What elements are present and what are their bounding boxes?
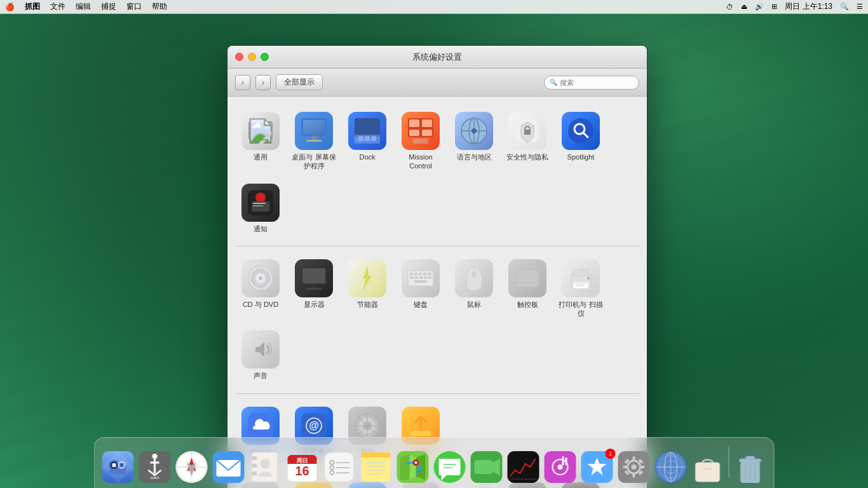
pref-printer[interactable]: 打印机与 扫描仪 <box>555 254 606 323</box>
dock-item-stocks[interactable] <box>505 450 542 485</box>
notification-label: 通知 <box>254 224 268 233</box>
dock-item-launchpad[interactable] <box>137 450 173 485</box>
svg-point-60 <box>472 273 476 276</box>
pref-sound[interactable]: 声音 <box>235 325 286 385</box>
pref-mission[interactable]: Mission Control <box>395 107 446 176</box>
mail-dock-icon <box>212 450 246 484</box>
pref-dock[interactable]: Dock <box>342 107 393 176</box>
dock-item-facetime[interactable] <box>468 450 505 485</box>
svg-rect-44 <box>302 268 325 283</box>
svg-rect-168 <box>475 460 492 474</box>
menubar-right: ⏱ ⏏ 🔊 ⊞ 周日 上午1:13 🔍 ☰ <box>726 1 863 12</box>
security-label: 安全性与隐私 <box>506 152 548 161</box>
pref-notification[interactable]: 通知 <box>235 179 286 238</box>
pref-desktop[interactable]: 桌面与 屏幕保护程序 <box>288 107 339 176</box>
svg-rect-18 <box>409 130 419 136</box>
system-preferences-window: 系统偏好设置 ‹ › 全部显示 🔍 <box>227 46 647 488</box>
svg-rect-17 <box>422 119 432 127</box>
dock-label: Dock <box>359 152 375 161</box>
dock-item-finder[interactable] <box>100 450 137 485</box>
pref-general[interactable]: 通用 <box>235 107 286 176</box>
search-box[interactable]: 🔍 <box>544 76 639 90</box>
dock-item-calendar[interactable]: 周日 16 <box>284 450 321 485</box>
section-personal-grid: 通用 桌面与 屏幕保护程序 <box>235 107 639 238</box>
eject-icon[interactable]: ⏏ <box>741 3 747 11</box>
forward-button[interactable]: › <box>255 75 271 90</box>
language-label: 语言与地区 <box>457 152 492 161</box>
pref-spotlight[interactable]: Spotlight <box>555 107 606 176</box>
pref-keyboard[interactable]: 键盘 <box>395 254 446 323</box>
pref-cd[interactable]: CD 与 DVD <box>235 254 286 323</box>
close-button[interactable] <box>235 53 243 61</box>
svg-rect-184 <box>640 466 645 468</box>
volume-icon[interactable]: 🔊 <box>755 3 764 11</box>
menubar-left: 🍎 抓图 文件 编辑 捕捉 窗口 帮助 <box>5 1 726 12</box>
pref-display[interactable]: 显示器 <box>288 254 339 323</box>
svg-rect-196 <box>696 463 720 482</box>
pref-security[interactable]: 安全性与隐私 <box>502 107 553 176</box>
svg-rect-124 <box>120 463 124 467</box>
dock-item-notes[interactable] <box>358 450 395 485</box>
grid-icon[interactable]: ⊞ <box>771 3 777 11</box>
svg-rect-139 <box>252 456 257 460</box>
dock-item-messages[interactable] <box>431 450 468 485</box>
svg-point-66 <box>587 277 590 280</box>
web-dock-icon <box>654 450 688 484</box>
pref-energy[interactable]: 节能器 <box>342 254 393 323</box>
svg-rect-140 <box>252 464 257 468</box>
launchpad-dock-icon <box>138 450 172 484</box>
svg-point-127 <box>150 477 160 479</box>
display-label: 显示器 <box>304 300 325 309</box>
notification-menubar-icon[interactable]: ☰ <box>857 3 863 11</box>
desktop-label: 桌面与 屏幕保护程序 <box>291 152 337 171</box>
dock-item-shopping[interactable] <box>689 450 726 485</box>
dock-item-mail[interactable] <box>210 450 247 485</box>
desktop-icon <box>295 112 333 150</box>
dock-item-safari[interactable] <box>173 450 210 485</box>
language-icon <box>455 112 493 150</box>
dock-item-maps[interactable] <box>395 450 431 485</box>
svg-rect-156 <box>362 452 391 458</box>
svg-rect-141 <box>252 471 257 475</box>
datetime-display[interactable]: 周日 上午1:13 <box>785 1 832 12</box>
dock-item-appstore2[interactable]: 1 <box>579 450 616 485</box>
window-titlebar: 系统偏好设置 <box>227 46 647 69</box>
maximize-button[interactable] <box>261 53 269 61</box>
svg-point-142 <box>261 459 271 469</box>
dock-item-sysprefs[interactable] <box>616 450 653 485</box>
pref-mouse[interactable]: 鼠标 <box>449 254 499 323</box>
section-personal: 通用 桌面与 屏幕保护程序 <box>235 107 639 247</box>
dock-item-web[interactable] <box>653 450 689 485</box>
menu-window[interactable]: 窗口 <box>126 1 142 12</box>
trash-dock-icon <box>733 450 768 484</box>
window-title: 系统偏好设置 <box>412 51 462 63</box>
svg-rect-148 <box>325 452 354 482</box>
svg-rect-12 <box>358 136 363 141</box>
search-input[interactable] <box>560 79 634 86</box>
time-machine-icon[interactable]: ⏱ <box>726 3 733 11</box>
app-name[interactable]: 抓图 <box>25 1 40 12</box>
mouse-icon <box>455 259 493 297</box>
menu-capture[interactable]: 捕捉 <box>101 1 116 12</box>
dock-item-itunes[interactable] <box>542 450 579 485</box>
back-button[interactable]: ‹ <box>235 75 250 90</box>
dock-item-trash[interactable] <box>732 450 769 485</box>
dock-item-reminders[interactable] <box>321 450 358 485</box>
menu-file[interactable]: 文件 <box>50 1 65 12</box>
menu-edit[interactable]: 编辑 <box>76 1 91 12</box>
menu-help[interactable]: 帮助 <box>152 1 167 12</box>
dock: 周日 16 <box>94 437 775 488</box>
svg-rect-52 <box>428 273 431 275</box>
show-all-button[interactable]: 全部显示 <box>276 74 323 90</box>
trackpad-icon <box>508 259 546 297</box>
svg-rect-67 <box>575 283 587 285</box>
energy-icon <box>348 259 386 297</box>
pref-language[interactable]: 语言与地区 <box>449 107 499 176</box>
svg-rect-68 <box>575 285 584 287</box>
pref-trackpad[interactable]: 触控板 <box>502 254 553 323</box>
svg-point-34 <box>255 193 266 203</box>
spotlight-menubar-icon[interactable]: 🔍 <box>840 3 849 11</box>
minimize-button[interactable] <box>248 53 256 61</box>
apple-menu[interactable]: 🍎 <box>5 3 15 11</box>
dock-item-address[interactable] <box>247 450 284 485</box>
